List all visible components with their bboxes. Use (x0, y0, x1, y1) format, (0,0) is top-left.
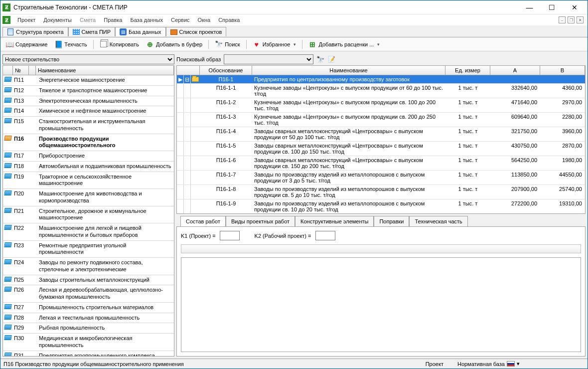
menu-база данных[interactable]: База данных (126, 16, 167, 24)
left-row-П25[interactable]: П25Заводы строительных металлоконструкци… (3, 275, 174, 286)
tab-3[interactable]: Список проектов (166, 27, 227, 36)
right-row-П16-1-1[interactable]: П16-1-1Кузнечные заводы «Центрокузы» с в… (177, 84, 585, 98)
statusbar: П16 Производство продукции общемашиностр… (0, 359, 588, 369)
right-row-П16-1-5[interactable]: П16-1-5Заводы сварных металлоконструкций… (177, 142, 585, 156)
tab-2[interactable]: ▤База данных (115, 27, 166, 36)
cell-b: 44550,00 (540, 171, 585, 184)
left-row-П24[interactable]: П24Заводы по ремонту подвижного состава,… (3, 258, 174, 275)
detail-tab-1[interactable]: Виды проектных работ (226, 216, 295, 226)
col-name[interactable]: Наименование (252, 66, 445, 75)
cell-unit: 1 тыс. т (445, 127, 490, 141)
row-name: Строительное, дорожное и коммунальное ма… (37, 206, 174, 223)
left-row-П15[interactable]: П15Станкостроительная и инструментальная… (3, 117, 174, 134)
menu-документы[interactable]: Документы (39, 16, 76, 24)
find-button[interactable]: 🔭Поиск (213, 39, 242, 49)
menu-справка[interactable]: Справка (214, 16, 244, 24)
right-row-П16-1-7[interactable]: П16-1-7Заводы по производству изделий из… (177, 171, 585, 185)
cell-unit: 1 тыс. т (445, 171, 490, 184)
menu-правка[interactable]: Правка (100, 16, 126, 24)
detail-memo[interactable] (181, 257, 581, 352)
right-row-П16-1-6[interactable]: П16-1-6Заводы сварных металлоконструкций… (177, 156, 585, 171)
binoculars-icon[interactable]: 🔭 (316, 55, 324, 63)
right-row-П16-1-3[interactable]: П16-1-3Кузнечные заводы «Центрокузы» с в… (177, 113, 585, 127)
left-row-П27[interactable]: П27Промышленность строительных материало… (3, 303, 174, 313)
status-norm-base[interactable]: Нормативная база ▾ (453, 361, 524, 367)
col-code[interactable]: Обоснование (200, 66, 252, 75)
detail-tab-3[interactable]: Поправки (374, 216, 409, 226)
cell-a (490, 75, 540, 83)
right-panel: Поисковый образ 🔭 📝 Обоснование Наименов… (176, 53, 586, 357)
cell-code: П16-1-1 (200, 84, 252, 98)
k2-input[interactable] (315, 231, 335, 240)
cell-b: 2280,00 (540, 113, 585, 127)
search-combo[interactable] (224, 54, 313, 64)
col-name[interactable]: Наименование (36, 66, 174, 75)
mdi-close-button[interactable]: ✕ (577, 16, 584, 23)
left-row-П14[interactable]: П14Химическое и нефтяное машиностроение (3, 106, 174, 117)
menu-окна[interactable]: Окна (194, 16, 215, 24)
left-row-П11[interactable]: П11Энергетическое машиностроение (3, 75, 174, 86)
tab-1[interactable]: Смета ПИР (68, 27, 116, 36)
close-button[interactable]: ✕ (563, 1, 586, 13)
left-row-П17[interactable]: П17Приборостроение (3, 151, 174, 162)
category-combo[interactable]: Новое строительство (2, 54, 174, 64)
k1-input[interactable] (220, 231, 240, 240)
expand-icon (184, 142, 191, 156)
col-no[interactable]: № (13, 66, 29, 75)
left-row-П18[interactable]: П18Автомобильная и подшипниковая промышл… (3, 162, 174, 172)
left-row-П12[interactable]: П12Тяжелое и транспортное машиностроение (3, 86, 174, 96)
content-button[interactable]: 📖Содержание (3, 39, 49, 49)
col-unit[interactable]: Ед. измер (445, 66, 490, 75)
col-b[interactable]: B (540, 66, 585, 75)
clear-search-icon[interactable]: 📝 (327, 55, 335, 63)
right-row-П16-1[interactable]: ▶⊟П16-1Предприятия по централизованному … (177, 75, 585, 84)
col-a[interactable]: A (490, 66, 540, 75)
coefficients-row: K1 (Проект) = K2 (Рабочий проект) = (181, 231, 581, 240)
left-row-П26[interactable]: П26Лесная и деревообрабатывающая, целлюл… (3, 285, 174, 303)
row-no: П21 (13, 206, 37, 223)
menu-сервис[interactable]: Сервис (167, 16, 194, 24)
left-row-П31[interactable]: П31Предприятия агропромышленного комплек… (3, 351, 174, 357)
mdi-controls: – ❐ ✕ (559, 16, 586, 23)
left-row-П13[interactable]: П13Электротехническая промышленность (3, 96, 174, 107)
row-no: П27 (13, 303, 37, 313)
left-row-П23[interactable]: П23Ремонтные предприятия угольной промыш… (3, 241, 174, 258)
minimize-button[interactable]: — (518, 1, 541, 13)
techpart-button[interactable]: 📘Техчасть (52, 39, 89, 49)
left-row-П30[interactable]: П30Медицинская и микробиологическая пром… (3, 334, 174, 351)
detail-tab-0[interactable]: Состав работ (180, 216, 226, 226)
detail-tab-2[interactable]: Конструктивные элементы (295, 216, 374, 226)
folder-icon (191, 98, 200, 112)
maximize-button[interactable]: ☐ (541, 1, 563, 13)
add-rates-button[interactable]: ⊞Добавить расценки ... (306, 39, 382, 49)
right-row-П16-1-9[interactable]: П16-1-9Заводы по производству изделий из… (177, 199, 585, 213)
left-row-П29[interactable]: П29Рыбная промышленность (3, 323, 174, 334)
cell-unit: 1 тыс. т (445, 113, 490, 127)
right-row-П16-1-2[interactable]: П16-1-2Кузнечные заводы «Центрокузы» с в… (177, 98, 585, 113)
detail-tab-4[interactable]: Техническая часть (409, 216, 467, 226)
cell-code: П16-1-7 (200, 171, 252, 184)
right-grid-body[interactable]: ▶⊟П16-1Предприятия по централизованному … (177, 75, 585, 213)
mdi-restore-button[interactable]: ❐ (568, 16, 575, 23)
expand-icon (184, 185, 191, 199)
col-sort[interactable] (29, 66, 36, 75)
left-row-П22[interactable]: П22Машиностроение для легкой и пищевой п… (3, 223, 174, 241)
mdi-minimize-button[interactable]: – (559, 16, 566, 23)
expand-icon[interactable]: ⊟ (184, 75, 191, 83)
right-row-П16-1-8[interactable]: П16-1-8Заводы по производству изделий из… (177, 185, 585, 199)
left-row-П28[interactable]: П28Легкая и текстильная промышленность (3, 313, 174, 324)
tab-0[interactable]: Структура проекта (2, 27, 68, 36)
right-row-П16-1-4[interactable]: П16-1-4Заводы сварных металлоконструкций… (177, 127, 585, 142)
left-grid[interactable]: П11Энергетическое машиностроениеП12Тяжел… (2, 75, 174, 357)
copy-button[interactable]: Копировать (98, 39, 141, 49)
row-name: Заводы по ремонту подвижного состава, ст… (37, 258, 174, 275)
left-row-П20[interactable]: П20Машиностроение для животноводства и к… (3, 189, 174, 206)
cell-code: П16-1-8 (200, 185, 252, 199)
favorites-button[interactable]: ♥Избранное (251, 39, 298, 49)
left-row-П21[interactable]: П21Строительное, дорожное и коммунальное… (3, 206, 174, 224)
add-to-buffer-button[interactable]: ⊕Добавить в буфер (144, 39, 204, 49)
left-row-П16[interactable]: П16Производство продукции общемашиностро… (3, 134, 174, 152)
row-name: Ремонтные предприятия угольной промышлен… (37, 241, 174, 258)
left-row-П19[interactable]: П19Тракторное и сельскохозяйственное маш… (3, 172, 174, 189)
menu-проект[interactable]: Проект (13, 16, 39, 24)
